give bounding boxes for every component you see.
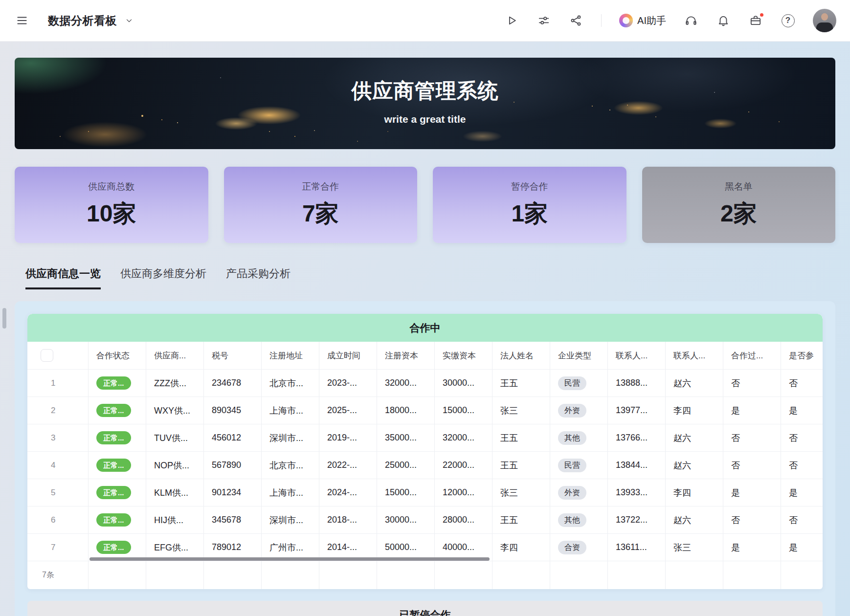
table-title: 合作中 [410, 321, 441, 335]
page-title: 数据分析看板 [48, 13, 117, 28]
table-row[interactable]: 6正常...HIJ供...345678深圳市...2018-...30000..… [27, 506, 823, 533]
select-all-checkbox[interactable] [41, 349, 53, 362]
table-cell: 李四 [492, 534, 550, 561]
column-header: 税号 [204, 342, 262, 369]
table-row[interactable]: 5正常...KLM供...901234上海市...2024-...15000..… [27, 479, 823, 506]
column-header: 成立时间 [319, 342, 377, 369]
row-number: 4 [27, 452, 89, 479]
status-badge: 正常... [96, 541, 131, 554]
status-badge: 正常... [96, 459, 131, 472]
table-cell: 张三 [666, 534, 723, 561]
cooperating-table-card: 合作中 合作状态供应商...税号注册地址成立时间注册资本实缴资本法人姓名企业类型… [27, 314, 823, 589]
table-cell: 25000... [377, 452, 435, 479]
table-cell: 李四 [666, 397, 723, 424]
row-number: 3 [27, 424, 89, 451]
table-cell: 35000... [377, 424, 435, 451]
table-row[interactable]: 4正常...NOP供...567890北京市...2022-...25000..… [27, 451, 823, 479]
table-cell: 外资 [550, 397, 608, 424]
play-icon[interactable] [504, 13, 519, 28]
table-cell: 否 [781, 424, 823, 451]
table-cell: 13933... [608, 479, 666, 506]
chevron-down-icon[interactable] [122, 13, 136, 28]
table-cell: 王五 [492, 506, 550, 533]
column-header: 供应商... [146, 342, 204, 369]
briefcase-icon[interactable] [748, 13, 763, 28]
table-row[interactable]: 1正常...ZZZ供...234678北京市...2023-...32000..… [27, 369, 823, 396]
table-cell: 张三 [492, 397, 550, 424]
table-cell: 456012 [204, 424, 262, 451]
status-cell: 正常... [89, 370, 146, 396]
paused-table-title: 已暂停合作 [400, 609, 451, 616]
table-cell: 否 [781, 452, 823, 479]
ai-assistant-button[interactable]: AI助手 [619, 14, 666, 27]
column-header: 注册资本 [377, 342, 435, 369]
table-cell: 其他 [550, 506, 608, 533]
help-icon[interactable]: ? [781, 13, 795, 28]
table-cell: 否 [723, 370, 781, 396]
table-title-band: 合作中 [27, 314, 823, 342]
table-cell: 50000... [377, 534, 435, 561]
tab-供应商多维度分析[interactable]: 供应商多维度分析 [120, 266, 206, 289]
table-cell: 深圳市... [262, 424, 319, 451]
table-cell: 2022-... [319, 452, 377, 479]
table-cell: 否 [723, 424, 781, 451]
stat-value: 7家 [302, 198, 339, 229]
tab-产品采购分析[interactable]: 产品采购分析 [226, 266, 291, 289]
column-header: 企业类型 [550, 342, 608, 369]
ai-assistant-icon [619, 14, 633, 27]
type-badge: 其他 [558, 513, 586, 527]
page-scrollbar[interactable] [2, 308, 6, 329]
topbar: 数据分析看板 AI助手 [0, 0, 850, 42]
table-cell: 是 [723, 397, 781, 424]
table-cell: 深圳市... [262, 506, 319, 533]
table-cell: 2019-... [319, 424, 377, 451]
table-cell: 40000... [435, 534, 492, 561]
footer-cell [492, 561, 550, 589]
hero-title: 供应商管理系统 [15, 77, 835, 105]
table-cell: 13611... [608, 534, 666, 561]
table-cell: 22000... [435, 452, 492, 479]
type-badge: 外资 [558, 486, 586, 500]
headphones-support-icon[interactable] [684, 13, 698, 28]
record-count: 7条 [27, 561, 89, 589]
status-badge: 正常... [96, 486, 131, 499]
status-cell: 正常... [89, 506, 146, 533]
horizontal-scrollbar[interactable] [89, 557, 490, 561]
table-cell: 是 [781, 534, 823, 561]
table-cell: 567890 [204, 452, 262, 479]
table-cell: HIJ供... [146, 506, 204, 533]
column-header: 注册地址 [262, 342, 319, 369]
menu-icon[interactable] [15, 13, 29, 28]
bell-icon[interactable] [716, 13, 731, 28]
column-header: 联系人... [608, 342, 666, 369]
share-icon[interactable] [569, 13, 583, 28]
table-cell: 28000... [435, 506, 492, 533]
table-cell: 张三 [492, 479, 550, 506]
table-cell: TUV供... [146, 424, 204, 451]
table-cell: 2023-... [319, 370, 377, 396]
table-row[interactable]: 3正常...TUV供...456012深圳市...2019-...35000..… [27, 424, 823, 451]
table-row[interactable]: 2正常...WXY供...890345上海市...2025-...18000..… [27, 396, 823, 424]
user-avatar[interactable] [813, 9, 836, 32]
table-cell: 王五 [492, 452, 550, 479]
status-cell: 正常... [89, 534, 146, 561]
table-cell: 外资 [550, 479, 608, 506]
table-row[interactable]: 7正常...EFG供...789012广州市...2014-...50000..… [27, 533, 823, 561]
table-cell: 北京市... [262, 452, 319, 479]
footer-cell [781, 561, 823, 589]
settings-sliders-icon[interactable] [537, 13, 551, 28]
tab-供应商信息一览[interactable]: 供应商信息一览 [25, 266, 101, 289]
row-number: 1 [27, 370, 89, 396]
table-cell: 32000... [377, 370, 435, 396]
footer-cell [146, 561, 204, 589]
table-cell: 15000... [377, 479, 435, 506]
status-cell: 正常... [89, 452, 146, 479]
table-cell: 是 [723, 479, 781, 506]
table-cell: 赵六 [666, 370, 723, 396]
table-cell: 是 [781, 479, 823, 506]
table-cell: 15000... [435, 397, 492, 424]
row-number: 2 [27, 397, 89, 424]
stat-value: 1家 [511, 198, 548, 229]
ai-assistant-label: AI助手 [637, 14, 666, 27]
table-cell: 13844... [608, 452, 666, 479]
